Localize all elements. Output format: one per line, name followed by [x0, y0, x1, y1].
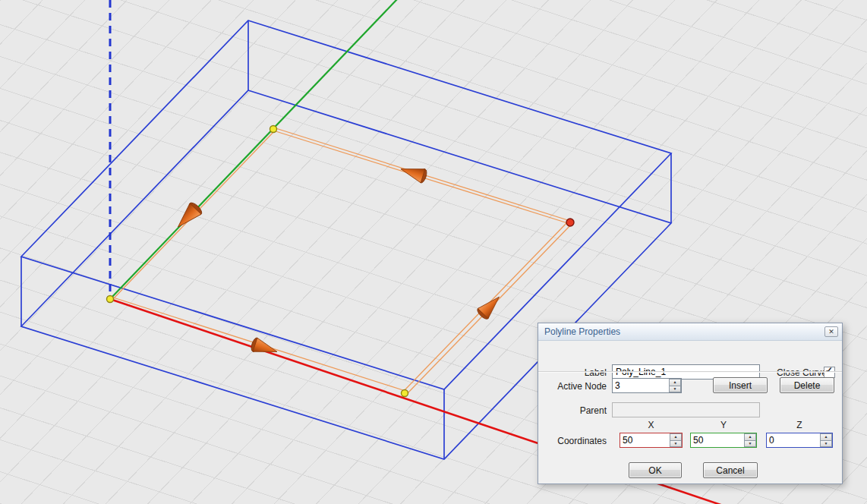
- viewport-3d[interactable]: Polyline Properties ✕ Label Close Curve …: [0, 0, 867, 504]
- y-axis: [110, 0, 398, 299]
- spinner-down-button[interactable]: ▼: [670, 440, 682, 448]
- polyline-properties-dialog: Polyline Properties ✕ Label Close Curve …: [538, 323, 843, 484]
- spinner-up-button[interactable]: ▲: [820, 433, 832, 440]
- column-header-z: Z: [766, 420, 833, 430]
- node-4: [402, 390, 408, 397]
- label-caption: Label: [538, 367, 607, 378]
- cancel-button[interactable]: Cancel: [703, 462, 758, 478]
- active-node-input[interactable]: [613, 379, 669, 392]
- parent-input: [612, 402, 760, 417]
- spinner-up-button[interactable]: ▲: [669, 379, 681, 386]
- ok-button[interactable]: OK: [629, 462, 682, 478]
- dialog-body: Label Close Curve ✓ Active Node ▲ ▼ Inse…: [538, 340, 842, 484]
- coordinate-z-input[interactable]: [767, 433, 820, 447]
- node-1: [107, 296, 114, 303]
- close-icon[interactable]: ✕: [824, 326, 838, 337]
- node-2: [270, 126, 277, 133]
- polyline-nodes[interactable]: [107, 126, 575, 397]
- arrow-cone: [399, 162, 428, 184]
- spinner-down-button[interactable]: ▼: [744, 440, 756, 448]
- coordinate-y-input[interactable]: [691, 433, 744, 447]
- arrow-cone: [476, 292, 505, 321]
- polyline-segments[interactable]: [111, 128, 572, 395]
- column-header-x: X: [620, 420, 683, 430]
- active-node-3: [566, 219, 574, 226]
- coordinate-x-spinner[interactable]: ▲ ▼: [620, 433, 683, 448]
- insert-button[interactable]: Insert: [713, 377, 768, 393]
- coordinate-y-spinner[interactable]: ▲ ▼: [690, 433, 757, 448]
- close-curve-caption: Close Curve: [777, 367, 827, 378]
- coordinates-caption: Coordinates: [538, 436, 607, 446]
- dialog-titlebar[interactable]: Polyline Properties ✕: [538, 323, 842, 341]
- direction-arrows: [172, 162, 504, 359]
- spinner-down-button[interactable]: ▼: [820, 440, 832, 448]
- active-node-spinner[interactable]: ▲ ▼: [612, 378, 682, 393]
- spinner-down-button[interactable]: ▼: [669, 386, 681, 393]
- coordinate-x-input[interactable]: [620, 433, 670, 447]
- dialog-title: Polyline Properties: [544, 326, 620, 337]
- separator-line: [538, 371, 842, 373]
- active-node-caption: Active Node: [538, 381, 607, 392]
- delete-button[interactable]: Delete: [780, 377, 834, 393]
- coordinate-z-spinner[interactable]: ▲ ▼: [766, 433, 833, 448]
- spinner-up-button[interactable]: ▲: [670, 433, 682, 440]
- spinner-up-button[interactable]: ▲: [744, 433, 756, 440]
- column-header-y: Y: [690, 420, 757, 430]
- check-icon: ✓: [825, 365, 833, 376]
- parent-caption: Parent: [538, 405, 607, 416]
